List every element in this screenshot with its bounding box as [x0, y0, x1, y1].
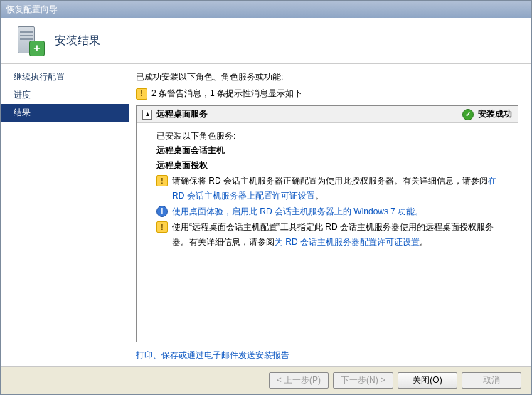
link-print-save-email[interactable]: 打印、保存或通过电子邮件发送安装报告 — [136, 350, 289, 360]
msg-configure-licensing: ! 请确保将 RD 会话主机服务器正确配置为使用此授权服务器。有关详细信息，请参… — [156, 174, 509, 203]
close-button[interactable]: 关闭(O) — [398, 372, 457, 389]
link-desktop-experience[interactable]: 使用桌面体验，启用此 RD 会话主机服务器上的 Windows 7 功能。 — [172, 206, 423, 216]
titlebar: 恢复配置向导 — [1, 1, 531, 18]
summary-text: 2 条警告消息，1 条提示性消息显示如下 — [151, 88, 302, 100]
summary-line: ! 2 条警告消息，1 条提示性消息显示如下 — [136, 88, 518, 100]
cancel-button: 取消 — [462, 372, 521, 389]
nav-step-results[interactable]: 结果 — [1, 104, 129, 122]
header: + 安装结果 — [1, 18, 531, 64]
msg-rdsh-config-tool: ! 使用“远程桌面会话主机配置”工具指定此 RD 会话主机服务器使用的远程桌面授… — [156, 220, 509, 249]
server-add-icon: + — [14, 25, 45, 56]
wizard-window: 恢复配置向导 + 安装结果 继续执行配置 进度 结果 已成功安装以下角色、角色服… — [0, 0, 532, 395]
services-installed-label: 已安装以下角色服务: — [156, 129, 509, 143]
role-header: ▴ 远程桌面服务 ✓ 安装成功 — [137, 106, 518, 123]
intro-text: 已成功安装以下角色、角色服务或功能: — [136, 71, 518, 83]
back-button: < 上一步(P) — [269, 372, 329, 389]
next-button: 下一步(N) > — [333, 372, 393, 389]
page-heading: 安装结果 — [55, 33, 100, 48]
content-area: 已成功安装以下角色、角色服务或功能: ! 2 条警告消息，1 条提示性消息显示如… — [129, 64, 531, 366]
warning-icon: ! — [136, 88, 147, 100]
nav-step-progress[interactable]: 进度 — [1, 86, 129, 104]
info-icon: i — [156, 206, 168, 217]
results-panel: ▴ 远程桌面服务 ✓ 安装成功 已安装以下角色服务: 远程桌面会话主机 远程桌面… — [136, 105, 518, 342]
success-icon: ✓ — [462, 109, 474, 120]
service-licensing: 远程桌面授权 — [156, 158, 509, 172]
warning-icon: ! — [156, 175, 168, 186]
nav-sidebar: 继续执行配置 进度 结果 — [1, 64, 129, 366]
msg-desktop-experience: i 使用桌面体验，启用此 RD 会话主机服务器上的 Windows 7 功能。 — [156, 204, 509, 218]
service-session-host: 远程桌面会话主机 — [156, 143, 509, 157]
link-license-settings-server[interactable]: 为 RD 会话主机服务器配置许可证设置 — [275, 237, 420, 247]
button-bar: < 上一步(P) 下一步(N) > 关闭(O) 取消 — [1, 366, 531, 394]
window-title: 恢复配置向导 — [6, 4, 58, 16]
role-title: 远程桌面服务 — [156, 108, 448, 120]
collapse-toggle[interactable]: ▴ — [142, 110, 152, 120]
warning-icon: ! — [156, 221, 168, 233]
role-status: 安装成功 — [478, 108, 512, 120]
nav-step-continue[interactable]: 继续执行配置 — [1, 68, 129, 86]
